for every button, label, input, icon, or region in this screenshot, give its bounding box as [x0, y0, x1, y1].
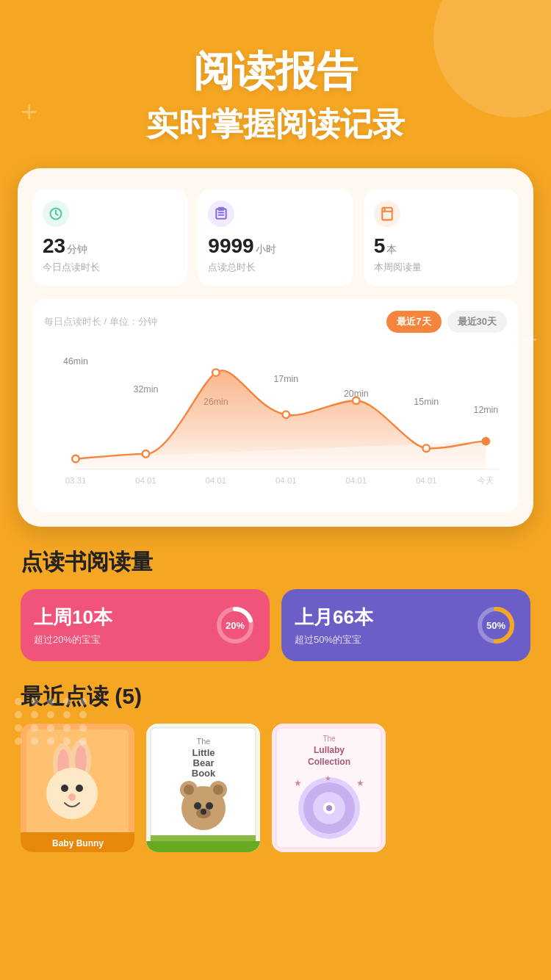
decoration-plus-2: +	[521, 323, 538, 356]
book-icon	[374, 201, 400, 227]
stat-card-weekly: 5本 本周阅读量	[364, 189, 519, 286]
svg-text:17min: 17min	[273, 374, 298, 384]
svg-point-57	[194, 802, 201, 810]
chart-area: 46min 32min 26min 17min 20min 15min 12mi…	[44, 343, 507, 500]
book-item-2[interactable]: The Little Bear Book	[146, 724, 260, 852]
svg-point-41	[61, 785, 68, 792]
today-label: 今日点读时长	[43, 261, 177, 274]
monthly-reading-card: 上月66本 超过50%的宝宝 50%	[281, 589, 530, 661]
today-unit: 分钟	[67, 243, 87, 255]
monthly-big: 上月66本	[295, 605, 373, 630]
svg-point-43	[68, 793, 76, 801]
reading-cards-row: 上周10本 超过20%的宝宝 20% 上月66本 超过50%的宝宝	[21, 589, 530, 661]
svg-point-55	[184, 785, 194, 795]
svg-text:Lullaby: Lullaby	[314, 745, 345, 755]
svg-text:★: ★	[294, 778, 302, 788]
total-unit: 小时	[256, 243, 276, 255]
svg-point-16	[72, 455, 79, 463]
svg-text:04.01: 04.01	[416, 476, 437, 485]
svg-point-22	[483, 438, 490, 445]
today-value: 23	[43, 234, 65, 257]
book-item-3[interactable]: The Lullaby Collection ★ ★ ★	[272, 724, 386, 852]
main-card: 23分钟 今日点读时长 9999小时 点读总时长	[18, 168, 533, 527]
svg-text:★: ★	[356, 778, 364, 788]
svg-text:04.01: 04.01	[276, 476, 297, 485]
header-subtitle: 实时掌握阅读记录	[0, 103, 551, 146]
chart-card: 每日点读时长 / 单位：分钟 最近7天 最近30天 46min 32min 26…	[32, 299, 519, 512]
decoration-dots	[15, 698, 90, 745]
chart-tabs: 最近7天 最近30天	[386, 311, 507, 333]
svg-rect-5	[382, 208, 392, 220]
svg-text:Bear: Bear	[193, 757, 215, 768]
svg-text:04.01: 04.01	[206, 476, 227, 485]
svg-text:★: ★	[325, 774, 331, 782]
recent-title: 最近点读 (5)	[21, 682, 530, 712]
monthly-sub: 超过50%的宝宝	[295, 633, 373, 646]
svg-text:Collection: Collection	[308, 757, 350, 767]
weekly-label: 本周阅读量	[374, 261, 508, 274]
svg-point-17	[143, 450, 150, 458]
svg-point-19	[283, 411, 290, 419]
svg-text:46min: 46min	[63, 356, 88, 367]
reading-volume-title: 点读书阅读量	[21, 547, 530, 577]
svg-point-18	[212, 369, 220, 376]
svg-text:今天: 今天	[478, 476, 494, 485]
weekly-reading-card: 上周10本 超过20%的宝宝 20%	[21, 589, 270, 661]
svg-point-21	[422, 444, 430, 452]
svg-text:Little: Little	[192, 747, 215, 758]
svg-text:The: The	[323, 735, 336, 743]
monthly-percent: 50%	[486, 620, 505, 631]
svg-point-72	[326, 805, 332, 811]
svg-point-60	[201, 809, 206, 815]
svg-text:04.01: 04.01	[345, 476, 367, 485]
svg-text:12min: 12min	[473, 405, 498, 415]
weekly-donut: 20%	[214, 604, 256, 646]
total-value: 9999	[208, 234, 253, 257]
svg-point-20	[353, 397, 360, 405]
weekly-sub: 超过20%的宝宝	[34, 633, 112, 646]
clock-icon	[43, 201, 69, 227]
svg-point-42	[76, 785, 83, 792]
svg-text:03.31: 03.31	[65, 476, 87, 485]
svg-text:32min: 32min	[134, 384, 159, 394]
svg-point-58	[206, 802, 213, 810]
stat-card-total: 9999小时 点读总时长	[198, 189, 353, 286]
svg-text:Baby Bunny: Baby Bunny	[52, 838, 104, 849]
svg-text:04.01: 04.01	[135, 476, 156, 485]
clipboard-icon	[208, 201, 234, 227]
books-row: Baby Bunny The Little Bear Book	[21, 724, 530, 852]
chart-label: 每日点读时长 / 单位：分钟	[44, 315, 157, 328]
total-label: 点读总时长	[208, 261, 342, 274]
svg-rect-62	[146, 841, 260, 852]
weekly-percent: 20%	[226, 620, 245, 631]
weekly-value: 5	[374, 234, 386, 257]
tab-7days[interactable]: 最近7天	[386, 311, 441, 333]
tab-30days[interactable]: 最近30天	[447, 311, 507, 333]
monthly-donut: 50%	[475, 604, 517, 646]
stats-row: 23分钟 今日点读时长 9999小时 点读总时长	[32, 189, 519, 286]
weekly-unit: 本	[386, 243, 397, 255]
stat-card-today: 23分钟 今日点读时长	[32, 189, 187, 286]
svg-text:15min: 15min	[414, 397, 439, 407]
decoration-plus-1: +	[21, 96, 37, 129]
svg-point-56	[213, 785, 223, 795]
weekly-big: 上周10本	[34, 605, 112, 630]
svg-text:Book: Book	[192, 768, 216, 779]
svg-text:The: The	[197, 737, 211, 746]
